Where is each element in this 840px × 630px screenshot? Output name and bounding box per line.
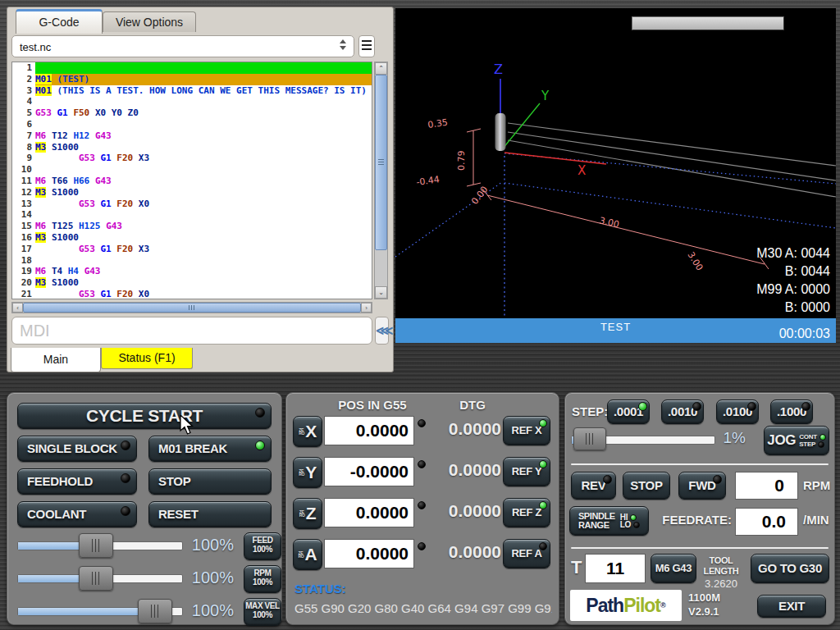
cycle-start-button[interactable]: CYCLE START [17,403,272,429]
spindle-fwd-button[interactable]: FWD [678,472,726,500]
gcode-line[interactable]: 11M6 T66 H66 G43 [12,176,372,187]
ref-x-label: REF X [512,424,542,436]
tool-number-field[interactable]: 11 [585,554,646,583]
gcode-token: S1000 [52,232,79,243]
jog-cont-step-button[interactable]: JOG CONT STEP [764,426,829,455]
maxvel-override-reset-button[interactable]: MAX VEL100% [244,598,281,626]
m6-g43-button[interactable]: M6 G43 [651,554,696,583]
gcode-line-number: 13 [12,199,35,210]
scroll-left-icon[interactable]: ‹ [12,303,23,313]
gcode-line[interactable]: 16M3 S1000 [12,232,372,244]
scroll-up-icon[interactable]: ⌃ [375,62,387,75]
single-block-button[interactable]: SINGLE BLOCK [17,436,137,462]
gcode-line[interactable]: 4 [12,96,372,107]
step-led [747,402,756,411]
gcode-line[interactable]: 15M6 T125 H125 G43 [12,221,372,232]
range-lo-label: LO [620,521,631,528]
tab-view-options[interactable]: View Options [103,11,196,32]
step-led [692,402,701,411]
jog-step-led [818,441,824,448]
stop-button[interactable]: STOP [148,468,272,495]
gcode-line-number: 4 [12,96,35,107]
gcode-line[interactable]: 21 G53 G1 F20 X0 [12,289,372,299]
jog-spindle-panel: STEP: 1% JOG CONT STEP REV STOP FWD 0 RP… [564,392,835,625]
go-to-g30-button[interactable]: GO TO G30 [751,554,829,583]
tab-main[interactable]: Main [11,348,101,372]
gcode-token: G43 [84,266,101,276]
reset-button[interactable]: RESET [148,501,272,527]
step-0001-button[interactable]: .0001 [607,399,650,424]
file-menu-button[interactable] [358,35,375,57]
rpm-override-reset-button[interactable]: RPM100% [244,565,281,593]
gcode-line[interactable]: 6 [12,119,372,130]
gcode-line[interactable]: 13 G53 G1 F20 X0 [12,199,372,210]
scroll-right-icon[interactable]: › [361,303,372,313]
tab-status[interactable]: Status (F1) [101,348,193,369]
gcode-line[interactable]: 19M6 T4 H4 G43 [12,266,372,277]
ref-z-button[interactable]: REF Z [503,498,550,527]
tool-length-label: TOOL LENGTH [693,555,749,577]
gcode-line[interactable]: 12M3 S1000 [12,187,372,199]
gcode-token: T4 [52,266,68,276]
coolant-button[interactable]: COOLANT [17,501,137,527]
spindle-stop-button[interactable]: STOP [623,472,670,500]
spindle-range-button[interactable]: SPINDLE RANGE HI LO [569,506,649,536]
step-label: STEP: [572,404,608,418]
tab-main-label: Main [43,353,68,366]
jog-slider-handle[interactable] [573,427,606,450]
spindle-rev-button[interactable]: REV [571,472,616,500]
gcode-vertical-scrollbar[interactable]: ⌃ ⌄ [374,62,388,299]
gcode-token: M3 [35,277,46,288]
gcode-line[interactable]: 8M3 S1000 [12,142,372,153]
z-dro-field[interactable]: 0.0000 [324,498,414,527]
gcode-line[interactable]: 2M01 (TEST) [12,74,372,85]
scroll-down-icon[interactable]: ⌄ [375,286,387,299]
gcode-line[interactable]: 9 G53 G1 F20 X3 [12,153,372,164]
step-1000-button[interactable]: .1000 [770,399,813,424]
gcode-line-number: 1 [12,62,35,74]
vertical-scroll-thumb[interactable] [375,75,387,250]
feed-override-reset-button[interactable]: FEED100% [244,532,281,560]
feed-override-handle[interactable] [79,533,113,558]
zero-x-button[interactable]: ZEROX [293,416,322,447]
program-name: TEST [395,321,836,333]
toolpath-viewport[interactable]: Z Y X 0.35 0.79 -0.44 0.00 3.00 3.00 Loa… [395,8,836,318]
zero-a-button[interactable]: ZEROA [293,539,322,570]
gcode-line[interactable]: 7M6 T12 H12 G43 [12,130,372,142]
gcode-line[interactable]: 17 G53 G1 F20 X3 [12,244,372,255]
gcode-horizontal-scrollbar[interactable]: ‹ › [11,302,372,313]
gcode-line[interactable]: 20M3 S1000 [12,277,372,289]
gcode-line[interactable]: 14 [12,209,372,221]
gcode-line[interactable]: 18 [12,255,372,267]
step-0010-button[interactable]: .0010 [661,399,704,424]
ref-x-button[interactable]: REF X [503,416,550,445]
mdi-input[interactable] [11,317,372,345]
maxvel-override-handle[interactable] [138,599,172,623]
feedrate-field[interactable]: 0.0 [735,508,798,536]
tab-gcode[interactable]: G-Code [16,9,103,34]
gcode-line[interactable]: 10 [12,164,372,176]
collapse-keyboard-button[interactable]: ⋘ [375,317,389,345]
gcode-line[interactable]: 5G53 G1 F50 X0 Y0 Z0 [12,107,372,119]
feedhold-button[interactable]: FEEDHOLD [17,468,137,495]
x-axis-label: X [578,163,586,178]
ref-y-button[interactable]: REF Y [503,457,550,486]
exit-button[interactable]: EXIT [757,595,826,618]
a-dro-field[interactable]: 0.0000 [324,539,414,568]
file-selector[interactable]: test.nc [11,35,354,57]
gcode-line[interactable]: 1 [12,62,372,74]
zero-z-button[interactable]: ZEROZ [293,498,322,529]
step-0100-button[interactable]: .0100 [716,399,759,424]
gcode-listing[interactable]: 12M01 (TEST)3M01 (THIS IS A TEST. HOW LO… [11,62,372,299]
zero-y-button[interactable]: ZEROY [293,457,322,488]
combo-spinner-icon[interactable] [340,39,348,54]
rpm-field[interactable]: 0 [735,472,798,500]
horizontal-scroll-thumb[interactable] [23,303,361,313]
rpm-override-handle[interactable] [79,566,113,591]
y-dro-field[interactable]: -0.0000 [324,457,414,486]
zero-label: ZERO [299,469,304,477]
ref-a-button[interactable]: REF A [503,539,550,568]
m01-break-button[interactable]: M01 BREAK [148,436,272,462]
gcode-line[interactable]: 3M01 (THIS IS A TEST. HOW LONG CAN WE GE… [12,85,372,97]
x-dro-field[interactable]: 0.0000 [324,416,414,445]
